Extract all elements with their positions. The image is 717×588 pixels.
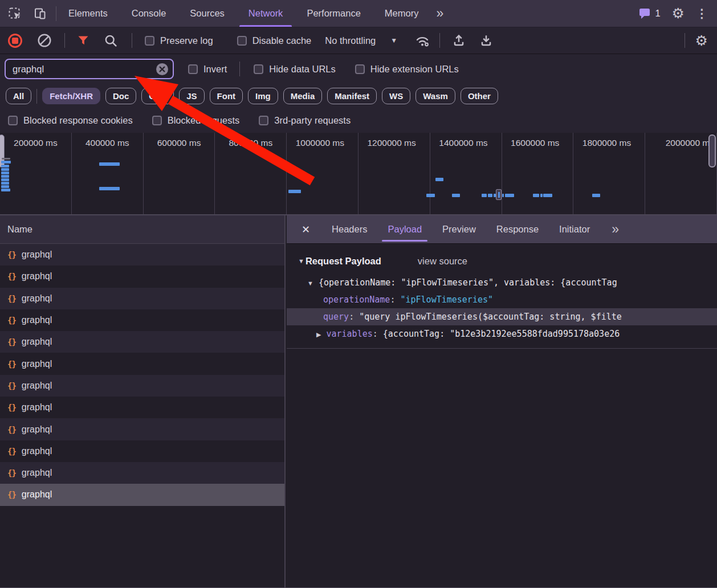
tab-performance[interactable]: Performance (295, 0, 372, 27)
expand-triangle-icon[interactable]: ▼ (307, 280, 313, 287)
request-name: graphql (22, 293, 52, 304)
request-payload-title: Request Payload (305, 256, 381, 267)
expand-triangle-icon[interactable]: ▶ (316, 331, 321, 338)
request-row[interactable]: {}graphql (0, 375, 284, 397)
network-conditions-icon[interactable] (414, 33, 430, 48)
detail-tab-payload[interactable]: Payload (377, 215, 432, 243)
name-column-header[interactable]: Name (0, 215, 284, 244)
timeline-tick-2: 600000 ms (144, 133, 215, 214)
chip-font[interactable]: Font (210, 88, 243, 104)
waterfall-bar (1, 165, 9, 168)
chip-js[interactable]: JS (179, 88, 204, 104)
request-row[interactable]: {}graphql (0, 353, 284, 374)
throttling-select[interactable]: No throttling ▼ (325, 35, 397, 46)
tab-network[interactable]: Network (237, 0, 295, 27)
request-row[interactable]: {}graphql (0, 418, 284, 440)
json-braces-icon: {} (7, 360, 16, 369)
inspect-element-icon[interactable] (8, 7, 22, 21)
import-har-icon[interactable] (451, 33, 466, 48)
waterfall-bar (494, 194, 496, 197)
payload-row-query[interactable]: query: "query ipFlowTimeseries($accountT… (287, 308, 717, 325)
json-braces-icon: {} (7, 337, 16, 346)
toolbar-divider (439, 33, 440, 48)
throttling-value: No throttling (325, 35, 376, 46)
chip-wasm[interactable]: Wasm (415, 88, 455, 104)
devtools-window: ElementsConsoleSourcesNetworkPerformance… (0, 0, 717, 588)
json-braces-icon: {} (7, 250, 16, 259)
request-name: graphql (22, 468, 52, 478)
close-detail-icon[interactable]: ✕ (287, 223, 321, 236)
json-braces-icon: {} (7, 272, 16, 281)
detail-tab-headers[interactable]: Headers (321, 215, 377, 243)
request-row[interactable]: {}graphql (0, 309, 284, 331)
view-source-link[interactable]: view source (418, 256, 467, 267)
waterfall-bar (1, 182, 9, 185)
3rd-party-requests-label: 3rd-party requests (274, 115, 351, 126)
settings-gear-icon[interactable]: ⚙ (672, 6, 685, 21)
chip-all[interactable]: All (6, 88, 31, 104)
waterfall-bar (426, 194, 435, 197)
invert-checkbox[interactable] (188, 64, 198, 74)
request-row[interactable]: {}graphql (0, 484, 284, 505)
request-row[interactable]: {}graphql (0, 462, 284, 484)
search-icon[interactable] (104, 34, 118, 48)
detail-tab-response[interactable]: Response (486, 215, 549, 243)
payload-row-operation-name[interactable]: operationName: "ipFlowTimeseries" (287, 291, 717, 308)
tab-console[interactable]: Console (120, 0, 178, 27)
waterfall-overview[interactable]: 200000 ms400000 ms600000 ms800000 ms1000… (0, 133, 717, 215)
detail-tab-preview[interactable]: Preview (432, 215, 486, 243)
issues-badge[interactable]: 1 (639, 8, 660, 19)
payload-value: "ipFlowTimeseries" (400, 295, 493, 305)
request-row[interactable]: {}graphql (0, 244, 284, 266)
request-row[interactable]: {}graphql (0, 331, 284, 353)
clear-requests-icon[interactable] (37, 33, 52, 48)
network-settings-gear-icon[interactable]: ⚙ (695, 34, 708, 48)
export-har-icon[interactable] (479, 33, 494, 48)
name-header-label: Name (7, 224, 32, 235)
preserve-log-checkbox[interactable] (145, 36, 154, 46)
request-row[interactable]: {}graphql (0, 397, 284, 418)
chip-manifest[interactable]: Manifest (327, 88, 377, 104)
chip-img[interactable]: Img (248, 88, 278, 104)
request-row[interactable]: {}graphql (0, 440, 284, 462)
request-name: graphql (22, 337, 52, 347)
payload-summary-text: {operationName: "ipFlowTimeseries", vari… (319, 277, 617, 288)
main-tabs: ElementsConsoleSourcesNetworkPerformance… (56, 0, 430, 27)
payload-summary-row[interactable]: ▼{operationName: "ipFlowTimeseries", var… (287, 274, 717, 291)
filter-input[interactable]: graphql (5, 59, 174, 79)
preserve-log-label: Preserve log (160, 35, 213, 46)
hide-extension-urls-checkbox[interactable] (355, 64, 365, 74)
more-tabs-chevron-icon[interactable]: » (430, 6, 448, 21)
tab-memory[interactable]: Memory (373, 0, 431, 27)
hide-data-urls-checkbox[interactable] (254, 64, 263, 74)
record-button[interactable] (8, 34, 22, 48)
kebab-menu-icon[interactable]: ⋮ (696, 7, 708, 19)
chip-media[interactable]: Media (283, 88, 323, 104)
blocked-requests-checkbox[interactable] (152, 116, 162, 125)
request-row[interactable]: {}graphql (0, 288, 284, 309)
detail-more-tabs-chevron-icon[interactable]: » (606, 222, 624, 237)
clear-filter-icon[interactable] (156, 63, 168, 75)
chip-fetch-xhr[interactable]: Fetch/XHR (42, 88, 100, 104)
disable-cache-checkbox[interactable] (237, 36, 247, 46)
detail-tab-initiator[interactable]: Initiator (549, 215, 600, 243)
toolbar-divider (132, 33, 132, 48)
hide-extension-urls-group: Hide extension URLs (355, 64, 459, 75)
filter-funnel-icon[interactable] (76, 34, 90, 47)
chip-css[interactable]: CSS (141, 88, 174, 104)
tab-sources[interactable]: Sources (178, 0, 237, 27)
json-braces-icon: {} (7, 316, 16, 325)
collapse-triangle-icon[interactable]: ▼ (298, 258, 304, 264)
device-toolbar-icon[interactable] (33, 7, 47, 21)
blocked-response-cookies-checkbox[interactable] (8, 116, 18, 125)
payload-row-variables[interactable]: ▶variables: {accountTag: "b12e3b2192ee55… (287, 325, 717, 342)
timeline-tick-4: 1000000 ms (287, 133, 358, 214)
chip-other[interactable]: Other (461, 88, 498, 104)
3rd-party-requests-checkbox[interactable] (259, 116, 268, 125)
chip-ws[interactable]: WS (382, 88, 410, 104)
tab-elements[interactable]: Elements (56, 0, 120, 27)
chip-doc[interactable]: Doc (105, 88, 136, 104)
overview-right-grip[interactable] (708, 134, 716, 168)
invert-label: Invert (203, 64, 227, 75)
request-row[interactable]: {}graphql (0, 266, 284, 287)
